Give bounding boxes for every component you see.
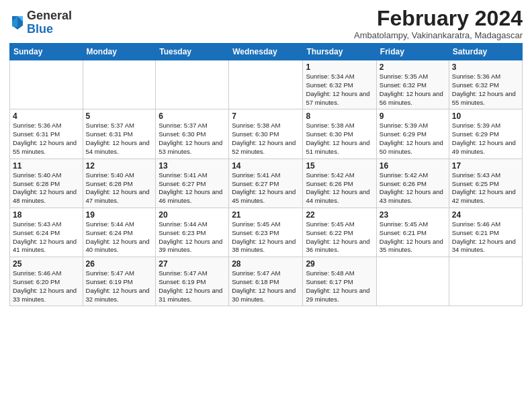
- day-info: Sunrise: 5:37 AMSunset: 6:31 PMDaylight:…: [86, 122, 153, 156]
- table-row: 2Sunrise: 5:35 AMSunset: 6:32 PMDaylight…: [376, 60, 449, 109]
- day-number: 11: [13, 161, 80, 171]
- day-info: Sunrise: 5:41 AMSunset: 6:27 PMDaylight:…: [159, 171, 226, 205]
- calendar-week-row: 11Sunrise: 5:40 AMSunset: 6:28 PMDayligh…: [10, 158, 523, 208]
- col-wednesday: Wednesday: [229, 44, 303, 60]
- day-number: 5: [86, 111, 153, 121]
- day-info: Sunrise: 5:43 AMSunset: 6:25 PMDaylight:…: [452, 171, 519, 205]
- day-number: 24: [452, 210, 519, 220]
- table-row: 20Sunrise: 5:44 AMSunset: 6:23 PMDayligh…: [156, 208, 229, 257]
- day-info: Sunrise: 5:39 AMSunset: 6:29 PMDaylight:…: [380, 122, 446, 156]
- day-number: 29: [306, 259, 373, 269]
- table-row: 8Sunrise: 5:38 AMSunset: 6:30 PMDaylight…: [303, 109, 376, 158]
- day-info: Sunrise: 5:39 AMSunset: 6:29 PMDaylight:…: [452, 122, 519, 156]
- day-info: Sunrise: 5:47 AMSunset: 6:19 PMDaylight:…: [86, 269, 153, 304]
- day-number: 20: [159, 210, 226, 220]
- header: General Blue February 2024 Ambatolampy, …: [9, 7, 523, 40]
- day-number: 15: [306, 161, 373, 171]
- col-sunday: Sunday: [10, 44, 83, 60]
- table-row: [376, 257, 449, 306]
- table-row: 12Sunrise: 5:40 AMSunset: 6:28 PMDayligh…: [83, 158, 156, 208]
- table-row: 15Sunrise: 5:42 AMSunset: 6:26 PMDayligh…: [303, 158, 376, 208]
- day-info: Sunrise: 5:43 AMSunset: 6:24 PMDaylight:…: [13, 220, 80, 255]
- day-number: 16: [380, 161, 446, 171]
- col-friday: Friday: [376, 44, 449, 60]
- table-row: 21Sunrise: 5:45 AMSunset: 6:23 PMDayligh…: [229, 208, 303, 257]
- day-number: 13: [159, 161, 226, 171]
- day-info: Sunrise: 5:48 AMSunset: 6:17 PMDaylight:…: [306, 269, 373, 304]
- logo: General Blue: [9, 9, 72, 36]
- day-number: 22: [306, 210, 373, 220]
- day-info: Sunrise: 5:38 AMSunset: 6:30 PMDaylight:…: [306, 122, 373, 156]
- table-row: [229, 60, 303, 109]
- day-info: Sunrise: 5:38 AMSunset: 6:30 PMDaylight:…: [232, 122, 300, 156]
- calendar-week-row: 1Sunrise: 5:34 AMSunset: 6:32 PMDaylight…: [10, 60, 523, 109]
- day-number: 9: [380, 111, 446, 121]
- table-row: 10Sunrise: 5:39 AMSunset: 6:29 PMDayligh…: [449, 109, 522, 158]
- table-row: [156, 60, 229, 109]
- logo-icon: [9, 13, 26, 32]
- page-container: General Blue February 2024 Ambatolampy, …: [0, 0, 532, 411]
- calendar-table: Sunday Monday Tuesday Wednesday Thursday…: [9, 43, 523, 306]
- table-row: 19Sunrise: 5:44 AMSunset: 6:24 PMDayligh…: [83, 208, 156, 257]
- table-row: 17Sunrise: 5:43 AMSunset: 6:25 PMDayligh…: [449, 158, 522, 208]
- day-number: 28: [232, 259, 300, 269]
- table-row: [449, 257, 522, 306]
- calendar-header-row: Sunday Monday Tuesday Wednesday Thursday…: [10, 44, 523, 60]
- col-thursday: Thursday: [303, 44, 376, 60]
- month-year-title: February 2024: [354, 7, 523, 30]
- day-number: 6: [159, 111, 226, 121]
- day-info: Sunrise: 5:42 AMSunset: 6:26 PMDaylight:…: [306, 171, 373, 205]
- day-info: Sunrise: 5:35 AMSunset: 6:32 PMDaylight:…: [380, 73, 446, 107]
- day-info: Sunrise: 5:47 AMSunset: 6:19 PMDaylight:…: [159, 269, 226, 304]
- table-row: 26Sunrise: 5:47 AMSunset: 6:19 PMDayligh…: [83, 257, 156, 306]
- table-row: 27Sunrise: 5:47 AMSunset: 6:19 PMDayligh…: [156, 257, 229, 306]
- day-number: 23: [380, 210, 446, 220]
- day-number: 3: [452, 62, 519, 72]
- title-block: February 2024 Ambatolampy, Vakinankaratr…: [354, 7, 523, 40]
- day-info: Sunrise: 5:44 AMSunset: 6:24 PMDaylight:…: [86, 220, 153, 255]
- calendar-week-row: 4Sunrise: 5:36 AMSunset: 6:31 PMDaylight…: [10, 109, 523, 158]
- table-row: [10, 60, 83, 109]
- table-row: 6Sunrise: 5:37 AMSunset: 6:30 PMDaylight…: [156, 109, 229, 158]
- day-info: Sunrise: 5:45 AMSunset: 6:22 PMDaylight:…: [306, 220, 373, 255]
- day-info: Sunrise: 5:44 AMSunset: 6:23 PMDaylight:…: [159, 220, 226, 255]
- day-number: 1: [306, 62, 373, 72]
- table-row: 23Sunrise: 5:45 AMSunset: 6:21 PMDayligh…: [376, 208, 449, 257]
- day-number: 26: [86, 259, 153, 269]
- logo-general-text: General: [27, 9, 72, 22]
- table-row: 16Sunrise: 5:42 AMSunset: 6:26 PMDayligh…: [376, 158, 449, 208]
- calendar-week-row: 18Sunrise: 5:43 AMSunset: 6:24 PMDayligh…: [10, 208, 523, 257]
- day-info: Sunrise: 5:36 AMSunset: 6:31 PMDaylight:…: [13, 122, 80, 156]
- table-row: 3Sunrise: 5:36 AMSunset: 6:32 PMDaylight…: [449, 60, 522, 109]
- day-number: 25: [13, 259, 80, 269]
- day-number: 14: [232, 161, 300, 171]
- day-info: Sunrise: 5:37 AMSunset: 6:30 PMDaylight:…: [159, 122, 226, 156]
- day-number: 7: [232, 111, 300, 121]
- table-row: 24Sunrise: 5:46 AMSunset: 6:21 PMDayligh…: [449, 208, 522, 257]
- day-info: Sunrise: 5:34 AMSunset: 6:32 PMDaylight:…: [306, 73, 373, 107]
- day-number: 19: [86, 210, 153, 220]
- day-info: Sunrise: 5:41 AMSunset: 6:27 PMDaylight:…: [232, 171, 300, 205]
- day-number: 8: [306, 111, 373, 121]
- day-number: 18: [13, 210, 80, 220]
- table-row: 11Sunrise: 5:40 AMSunset: 6:28 PMDayligh…: [10, 158, 83, 208]
- day-number: 12: [86, 161, 153, 171]
- calendar-week-row: 25Sunrise: 5:46 AMSunset: 6:20 PMDayligh…: [10, 257, 523, 306]
- table-row: [83, 60, 156, 109]
- day-info: Sunrise: 5:46 AMSunset: 6:20 PMDaylight:…: [13, 269, 80, 304]
- day-info: Sunrise: 5:40 AMSunset: 6:28 PMDaylight:…: [13, 171, 80, 205]
- day-info: Sunrise: 5:42 AMSunset: 6:26 PMDaylight:…: [380, 171, 446, 205]
- day-number: 4: [13, 111, 80, 121]
- day-number: 2: [380, 62, 446, 72]
- table-row: 9Sunrise: 5:39 AMSunset: 6:29 PMDaylight…: [376, 109, 449, 158]
- day-info: Sunrise: 5:46 AMSunset: 6:21 PMDaylight:…: [452, 220, 519, 255]
- table-row: 13Sunrise: 5:41 AMSunset: 6:27 PMDayligh…: [156, 158, 229, 208]
- col-tuesday: Tuesday: [156, 44, 229, 60]
- day-info: Sunrise: 5:40 AMSunset: 6:28 PMDaylight:…: [86, 171, 153, 205]
- col-saturday: Saturday: [449, 44, 522, 60]
- col-monday: Monday: [83, 44, 156, 60]
- table-row: 28Sunrise: 5:47 AMSunset: 6:18 PMDayligh…: [229, 257, 303, 306]
- table-row: 5Sunrise: 5:37 AMSunset: 6:31 PMDaylight…: [83, 109, 156, 158]
- day-info: Sunrise: 5:36 AMSunset: 6:32 PMDaylight:…: [452, 73, 519, 107]
- day-info: Sunrise: 5:47 AMSunset: 6:18 PMDaylight:…: [232, 269, 300, 304]
